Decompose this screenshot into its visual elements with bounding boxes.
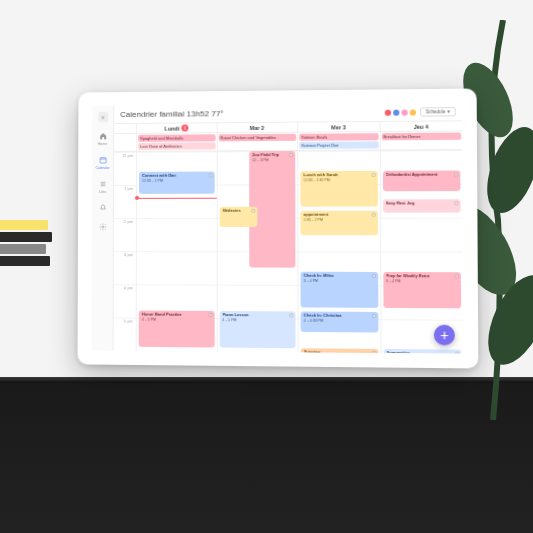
hour-label: 2 pm <box>114 218 136 251</box>
calendar-event[interactable]: Piano Lesson4 – 5 PM <box>219 311 295 348</box>
day-label: Jeu 4 <box>414 123 429 129</box>
day-column[interactable]: Orthodontist AppointmentEasy Rest JogPre… <box>379 150 463 354</box>
chevron-down-icon: ▾ <box>447 109 450 114</box>
allday-col: Roast Chicken and Vegetables <box>216 133 297 151</box>
sidebar: S HomeCalendarLists <box>92 106 115 351</box>
schedule-dropdown[interactable]: Schedule ▾ <box>420 107 455 116</box>
sidebar-item-list[interactable]: Lists <box>99 180 107 194</box>
hour-label: 5 pm <box>114 317 136 350</box>
calendar-icon <box>99 156 107 165</box>
event-user-icon <box>371 173 375 177</box>
event-title: Gymnastics <box>386 351 458 354</box>
event-user-icon <box>208 173 212 177</box>
event-time: 12:30 – 1 PM <box>142 178 211 182</box>
event-user-icon <box>454 201 458 205</box>
day-header[interactable]: Jeu 4 <box>379 121 462 131</box>
sidebar-item-calendar[interactable]: Calendar <box>96 156 110 170</box>
day-label: Lundi <box>164 125 179 131</box>
calendar-event[interactable]: Easy Rest Jog <box>383 199 461 213</box>
svg-point-9 <box>101 226 103 228</box>
event-time: 4 – 5 PM <box>142 318 211 323</box>
event-time: 4 – 5 PM <box>222 318 292 323</box>
event-user-icon <box>289 314 293 318</box>
user-filter-dots[interactable] <box>385 109 416 115</box>
allday-col: Salmon BowlsScience Project Due <box>297 132 379 150</box>
now-indicator <box>137 197 216 198</box>
user-dot[interactable] <box>410 109 416 115</box>
sidebar-item-label: Calendar <box>96 166 110 170</box>
svg-rect-4 <box>100 158 106 163</box>
sidebar-item-home[interactable]: Home <box>98 132 107 146</box>
user-dot[interactable] <box>385 109 391 115</box>
sidebar-item-gear[interactable] <box>98 223 106 232</box>
gear-icon <box>98 223 106 232</box>
calendar-event[interactable]: appointment1:30 – 2 PM <box>300 211 377 235</box>
event-time: 12 – 3 PM <box>252 158 292 162</box>
user-dot[interactable] <box>393 109 399 115</box>
allday-col: Breakfast for Dinner <box>379 132 462 150</box>
event-time: 4 – 4:30 PM <box>304 319 375 324</box>
today-badge: 1 <box>182 124 189 131</box>
sidebar-badge[interactable]: S <box>98 112 108 122</box>
calendar-event[interactable]: Lunch with Sarah12:30 – 1:30 PM <box>300 171 377 207</box>
day-label: Mar 2 <box>250 124 265 130</box>
event-time: 12:30 – 1:30 PM <box>303 178 374 183</box>
day-header[interactable]: Mar 2 <box>216 123 297 133</box>
event-user-icon <box>454 172 458 176</box>
bell-icon <box>98 204 106 213</box>
event-title: Easy Rest Jog <box>386 201 458 206</box>
main-panel: Calendrier familial 13h52 77° Schedule ▾… <box>114 103 464 354</box>
day-column[interactable]: Connect with Dan12:30 – 1 PMHonor Band P… <box>136 151 217 351</box>
allday-event[interactable]: Spaghetti and Meatballs <box>138 134 215 142</box>
calendar-event[interactable]: Honor Band Practice4 – 5 PM <box>139 311 214 348</box>
hours-gutter: 12 pm1 pm2 pm3 pm4 pm5 pm <box>114 152 137 351</box>
allday-event[interactable]: Breakfast for Dinner <box>381 133 461 141</box>
event-user-icon <box>289 153 293 157</box>
schedule-label: Schedule <box>426 109 446 114</box>
sidebar-item-label: Lists <box>99 190 106 194</box>
sidebar-item-label: Home <box>98 142 107 146</box>
hour-label: 1 pm <box>114 185 136 218</box>
list-icon <box>99 180 107 189</box>
day-column[interactable]: Zoo Field Trip12 – 3 PMMédecinsPiano Les… <box>216 151 297 352</box>
hour-label: 4 pm <box>114 284 136 317</box>
event-title: Médecins <box>222 209 254 214</box>
calendar-event[interactable]: Médecins <box>219 207 257 227</box>
allday-row: Spaghetti and MeatballsLast Dose of Anti… <box>114 132 462 152</box>
allday-event[interactable]: Science Project Due <box>299 141 378 149</box>
allday-event[interactable]: Salmon Bowls <box>299 133 378 141</box>
home-icon <box>99 132 107 141</box>
day-column[interactable]: Lunch with Sarah12:30 – 1:30 PMappointme… <box>297 150 380 353</box>
calendar-event[interactable]: Orthodontist Appointment <box>382 170 460 191</box>
hour-label: 3 pm <box>114 251 136 284</box>
event-user-icon <box>455 352 459 354</box>
allday-col: Spaghetti and MeatballsLast Dose of Anti… <box>136 133 216 151</box>
page-title: Calendrier familial 13h52 77° <box>120 109 223 119</box>
event-user-icon <box>455 274 459 278</box>
add-event-button[interactable]: + <box>434 325 455 346</box>
tablet-device: S HomeCalendarLists Calendrier familial … <box>78 88 479 368</box>
event-user-icon <box>251 209 255 213</box>
event-time: 1:30 – 2 PM <box>304 218 375 222</box>
day-header[interactable]: Lundi1 <box>136 123 216 133</box>
screen: S HomeCalendarLists Calendrier familial … <box>92 103 464 354</box>
allday-event[interactable]: Last Dose of Antibiotics <box>138 142 215 149</box>
calendar-event[interactable]: Check In: Christina4 – 4:30 PM <box>301 312 378 333</box>
calendar-event[interactable]: Tutoring5 – 6 PM <box>301 348 378 354</box>
calendar-event[interactable]: Check In: Miles3 – 4 PM <box>301 272 378 309</box>
event-time: 3 – 4 PM <box>386 279 458 284</box>
user-dot[interactable] <box>402 109 408 115</box>
calendar-event[interactable]: Gymnastics5 – 6 PM <box>383 349 461 354</box>
event-time: 3 – 4 PM <box>304 278 375 283</box>
sidebar-item-bell[interactable] <box>98 204 106 213</box>
allday-event[interactable]: Roast Chicken and Vegetables <box>218 134 296 142</box>
hour-label: 12 pm <box>114 152 136 185</box>
day-label: Mer 3 <box>331 124 346 130</box>
event-title: Orthodontist Appointment <box>386 172 458 177</box>
calendar-event[interactable]: Connect with Dan12:30 – 1 PM <box>139 171 214 193</box>
event-title: Tutoring <box>304 350 375 353</box>
day-header[interactable]: Mer 3 <box>297 122 379 132</box>
calendar-event[interactable]: Prep for Weekly Retro3 – 4 PM <box>383 272 461 309</box>
event-user-icon <box>372 351 376 354</box>
calendar-grid[interactable]: 12 pm1 pm2 pm3 pm4 pm5 pm Connect with D… <box>114 150 464 354</box>
